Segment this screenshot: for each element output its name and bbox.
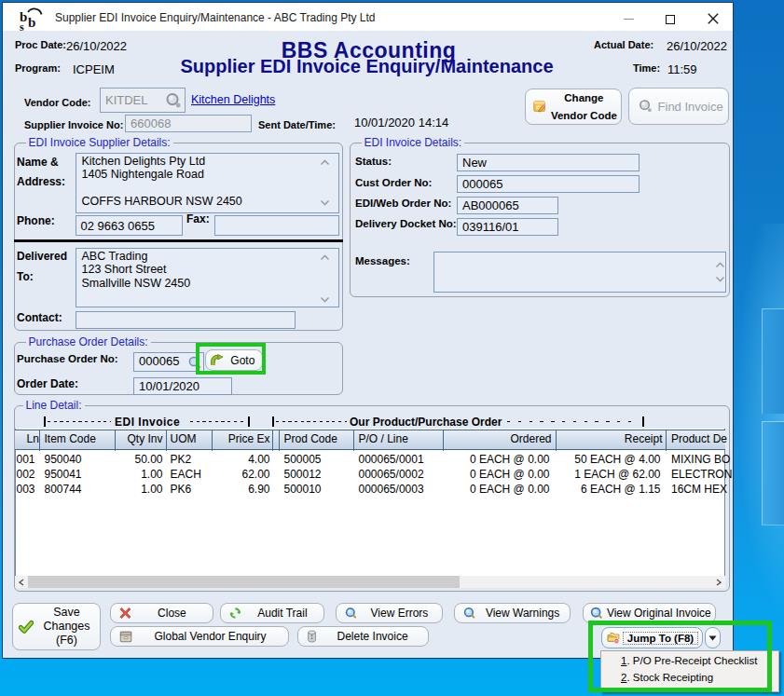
svg-text:b: b [28, 15, 35, 30]
svg-text:s: s [20, 20, 24, 31]
